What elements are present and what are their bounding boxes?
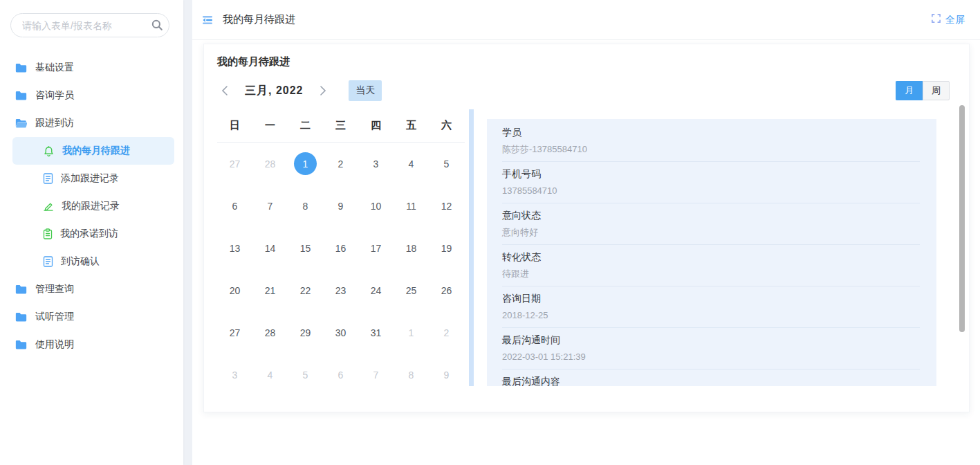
- calendar-day[interactable]: 13: [217, 227, 252, 269]
- calendar-day[interactable]: 26: [429, 269, 464, 311]
- chevron-right-icon[interactable]: [314, 82, 331, 99]
- calendar-day[interactable]: 3: [217, 354, 252, 396]
- calendar-day[interactable]: 19: [429, 227, 464, 269]
- sidebar-subitem-添加跟进记录[interactable]: 添加跟进记录: [12, 165, 174, 192]
- sidebar-item-label: 跟进到访: [35, 117, 74, 129]
- calendar-day[interactable]: 2: [323, 143, 358, 185]
- calendar-day[interactable]: 7: [358, 354, 394, 396]
- calendar-day[interactable]: 6: [323, 354, 358, 396]
- calendar-day[interactable]: 1: [394, 311, 429, 354]
- sidebar-item-label: 咨询学员: [35, 89, 74, 102]
- calendar: 日一二三四五六 27281234567891011121314151617181…: [217, 109, 465, 396]
- calendar-day[interactable]: 12: [429, 185, 464, 227]
- calendar-day[interactable]: 4: [252, 354, 288, 396]
- sidebar-item-label: 到访确认: [61, 255, 100, 268]
- calendar-day[interactable]: 6: [217, 185, 252, 227]
- calendar-day[interactable]: 15: [288, 227, 323, 269]
- fullscreen-button[interactable]: 全屏: [931, 13, 965, 26]
- calendar-day-number: 20: [223, 279, 246, 302]
- calendar-day[interactable]: 28: [252, 143, 288, 185]
- sidebar-item-基础设置[interactable]: 基础设置: [0, 54, 183, 82]
- detail-scrollbar-thumb[interactable]: [959, 105, 965, 332]
- view-week-button[interactable]: 周: [923, 81, 950, 100]
- folder-icon: [15, 340, 27, 349]
- detail-field: 转化状态待跟进: [502, 245, 920, 286]
- sidebar-subitem-我的跟进记录[interactable]: 我的跟进记录: [12, 192, 174, 220]
- detail-field: 最后沟通内容: [502, 370, 920, 386]
- calendar-day[interactable]: 14: [252, 227, 288, 269]
- calendar-day[interactable]: 2: [429, 311, 464, 354]
- calendar-weekday-header: 日一二三四五六: [217, 109, 465, 143]
- calendar-day-number: 11: [400, 194, 423, 217]
- calendar-day[interactable]: 25: [394, 269, 429, 311]
- weekday-header: 一: [252, 109, 288, 142]
- field-label: 手机号码: [502, 167, 920, 180]
- sidebar-subitem-到访确认[interactable]: 到访确认: [12, 248, 174, 275]
- calendar-day[interactable]: 9: [429, 354, 464, 396]
- weekday-header: 六: [429, 109, 464, 142]
- calendar-day[interactable]: 24: [358, 269, 394, 311]
- calendar-day[interactable]: 22: [288, 269, 323, 311]
- today-button[interactable]: 当天: [349, 80, 382, 101]
- fullscreen-label: 全屏: [945, 14, 965, 26]
- sidebar-item-咨询学员[interactable]: 咨询学员: [0, 82, 183, 109]
- calendar-day[interactable]: 30: [323, 311, 358, 354]
- folder-icon: [15, 312, 27, 322]
- calendar-day-number: 21: [259, 279, 281, 302]
- calendar-day-number: 28: [259, 321, 281, 344]
- chevron-left-icon[interactable]: [217, 82, 234, 99]
- calendar-day-number: 6: [329, 363, 352, 386]
- calendar-day[interactable]: 18: [394, 227, 429, 269]
- calendar-day-number: 14: [259, 237, 281, 259]
- folder-icon: [15, 284, 27, 294]
- sidebar-subitem-我的承诺到访[interactable]: 我的承诺到访: [12, 220, 174, 248]
- sidebar-item-label: 试听管理: [35, 311, 74, 323]
- weekday-header: 五: [394, 109, 429, 142]
- sidebar-item-跟进到访[interactable]: 跟进到访: [0, 109, 183, 137]
- document-icon: [43, 256, 53, 267]
- calendar-day[interactable]: 4: [394, 143, 429, 185]
- sidebar-item-label: 管理查询: [35, 283, 74, 295]
- sidebar-item-label: 我的承诺到访: [60, 228, 118, 240]
- calendar-day-number: 1: [400, 321, 423, 344]
- field-label: 意向状态: [502, 209, 920, 221]
- calendar-day[interactable]: 31: [358, 311, 394, 354]
- calendar-day[interactable]: 8: [288, 185, 323, 227]
- calendar-day[interactable]: 9: [323, 185, 358, 227]
- weekday-header: 日: [217, 109, 252, 142]
- calendar-day[interactable]: 1: [288, 143, 323, 185]
- detail-field: 咨询日期2018-12-25: [502, 286, 920, 328]
- sidebar-item-管理查询[interactable]: 管理查询: [0, 275, 183, 303]
- calendar-day[interactable]: 3: [358, 143, 394, 185]
- calendar-day[interactable]: 11: [394, 185, 429, 227]
- calendar-day[interactable]: 10: [358, 185, 394, 227]
- view-toggle: 月 周: [896, 81, 950, 100]
- sidebar-item-试听管理[interactable]: 试听管理: [0, 303, 183, 331]
- calendar-day[interactable]: 28: [252, 311, 288, 354]
- calendar-day-number: 7: [364, 363, 387, 386]
- calendar-day[interactable]: 23: [323, 269, 358, 311]
- calendar-day[interactable]: 5: [429, 143, 464, 185]
- calendar-day[interactable]: 27: [217, 311, 252, 354]
- sidebar-item-使用说明[interactable]: 使用说明: [0, 331, 183, 358]
- calendar-day[interactable]: 16: [323, 227, 358, 269]
- sidebar-item-label: 我的跟进记录: [62, 200, 120, 212]
- sidebar: 基础设置咨询学员跟进到访我的每月待跟进添加跟进记录我的跟进记录我的承诺到访到访确…: [0, 0, 183, 465]
- detail-field: 最后沟通时间2022-03-01 15:21:39: [502, 328, 920, 370]
- calendar-day[interactable]: 21: [252, 269, 288, 311]
- view-month-button[interactable]: 月: [896, 81, 923, 100]
- calendar-day[interactable]: 7: [252, 185, 288, 227]
- calendar-day[interactable]: 8: [394, 354, 429, 396]
- calendar-day[interactable]: 29: [288, 311, 323, 354]
- document-icon: [43, 173, 53, 184]
- calendar-day-number: 6: [223, 194, 246, 217]
- calendar-day[interactable]: 20: [217, 269, 252, 311]
- menu-fold-icon[interactable]: [198, 11, 216, 29]
- sidebar-subitem-我的每月待跟进[interactable]: 我的每月待跟进: [12, 137, 174, 165]
- calendar-day[interactable]: 17: [358, 227, 394, 269]
- search-input[interactable]: [10, 13, 169, 37]
- app-root: 基础设置咨询学员跟进到访我的每月待跟进添加跟进记录我的跟进记录我的承诺到访到访确…: [0, 0, 980, 465]
- calendar-day[interactable]: 27: [217, 143, 252, 185]
- card-title: 我的每月待跟进: [217, 55, 969, 69]
- calendar-day[interactable]: 5: [288, 354, 323, 396]
